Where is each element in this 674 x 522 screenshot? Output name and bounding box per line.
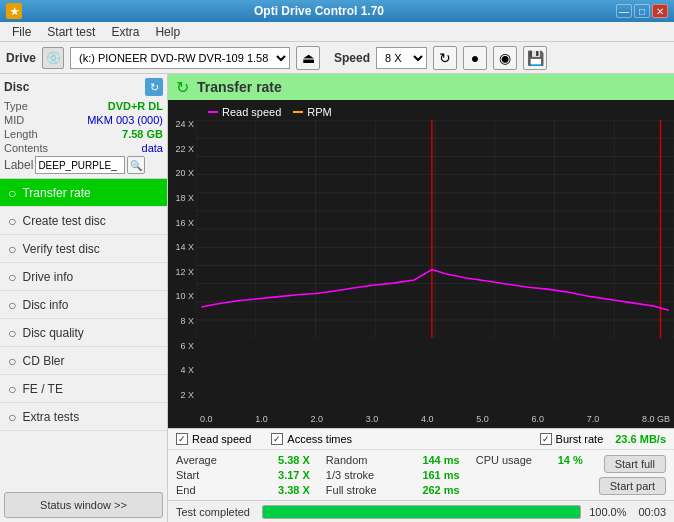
disc-label-label: Label <box>4 158 33 172</box>
nav-item-drive-info[interactable]: ○ Drive info <box>0 263 167 291</box>
disc-mid-label: MID <box>4 114 24 126</box>
stat-end: End 3.38 X <box>176 484 310 496</box>
close-button[interactable]: ✕ <box>652 4 668 18</box>
status-text: Test completed <box>168 506 258 518</box>
checkbox-read-speed[interactable]: Read speed <box>176 433 251 445</box>
drive-label: Drive <box>6 51 36 65</box>
stat-full-stroke-key: Full stroke <box>326 484 377 496</box>
nav-icon-create-test-disc: ○ <box>8 213 16 229</box>
nav-label-verify-test-disc: Verify test disc <box>22 242 99 256</box>
progress-bar-container <box>262 505 581 519</box>
speed-refresh-button[interactable]: ↻ <box>433 46 457 70</box>
nav-icon-fe-te: ○ <box>8 381 16 397</box>
nav-label-cd-bler: CD Bler <box>22 354 64 368</box>
nav-label-disc-quality: Disc quality <box>22 326 83 340</box>
y-label-4: 4 X <box>168 366 194 375</box>
nav-icon-disc-quality: ○ <box>8 325 16 341</box>
checkbox-burst-rate-box[interactable] <box>540 433 552 445</box>
app-icon: ★ <box>6 3 22 19</box>
stat-full-stroke: Full stroke 262 ms <box>326 484 460 496</box>
nav-item-verify-test-disc[interactable]: ○ Verify test disc <box>0 235 167 263</box>
maximize-button[interactable]: □ <box>634 4 650 18</box>
nav-icon-extra-tests: ○ <box>8 409 16 425</box>
nav-item-fe-te[interactable]: ○ FE / TE <box>0 375 167 403</box>
chart-legend: Read speed RPM <box>208 106 332 118</box>
checkbox-burst-rate[interactable]: Burst rate 23.6 MB/s <box>540 433 666 445</box>
x-label-6: 6.0 <box>531 414 544 424</box>
stat-average: Average 5.38 X <box>176 454 310 466</box>
disc-action-btn1[interactable]: ● <box>463 46 487 70</box>
checkbox-access-times[interactable]: Access times <box>271 433 352 445</box>
nav-label-create-test-disc: Create test disc <box>22 214 105 228</box>
btn-col: Start full Start part <box>583 454 666 496</box>
start-part-button[interactable]: Start part <box>599 477 666 495</box>
chart-svg <box>196 120 674 338</box>
checkbox-burst-rate-label: Burst rate <box>556 433 604 445</box>
y-label-14: 14 X <box>168 243 194 252</box>
start-full-button[interactable]: Start full <box>604 455 666 473</box>
y-label-2: 2 X <box>168 391 194 400</box>
sidebar: Disc ↻ Type DVD+R DL MID MKM 003 (000) L… <box>0 74 168 522</box>
x-label-3: 3.0 <box>366 414 379 424</box>
nav-item-cd-bler[interactable]: ○ CD Bler <box>0 347 167 375</box>
transfer-rate-icon: ↻ <box>176 78 189 97</box>
x-axis: 0.0 1.0 2.0 3.0 4.0 5.0 6.0 7.0 8.0 GB <box>196 414 674 424</box>
menu-bar: File Start test Extra Help <box>0 22 674 42</box>
disc-refresh-button[interactable]: ↻ <box>145 78 163 96</box>
disc-label-input[interactable] <box>35 156 125 174</box>
checkboxes-row: Read speed Access times Burst rate 23.6 … <box>168 429 674 450</box>
checkbox-access-times-box[interactable] <box>271 433 283 445</box>
stat-cpu-usage-val: 14 % <box>558 454 583 466</box>
checkbox-read-speed-label: Read speed <box>192 433 251 445</box>
stats-col-middle: Random 144 ms 1/3 stroke 161 ms Full str… <box>326 454 460 496</box>
status-pct: 100.0% <box>585 506 630 518</box>
stat-cpu-usage-key: CPU usage <box>476 454 532 466</box>
x-label-8: 8.0 GB <box>642 414 670 424</box>
stat-average-key: Average <box>176 454 217 466</box>
save-button[interactable]: 💾 <box>523 46 547 70</box>
menu-start-test[interactable]: Start test <box>39 23 103 41</box>
transfer-rate-header: ↻ Transfer rate <box>168 74 674 100</box>
nav-label-drive-info: Drive info <box>22 270 73 284</box>
nav-item-create-test-disc[interactable]: ○ Create test disc <box>0 207 167 235</box>
nav-item-transfer-rate[interactable]: ○ Transfer rate <box>0 179 167 207</box>
speed-select[interactable]: 8 X Max 2 X 4 X 6 X <box>376 47 427 69</box>
status-window-button[interactable]: Status window >> <box>4 492 163 518</box>
disc-mid-value: MKM 003 (000) <box>87 114 163 126</box>
eject-button[interactable]: ⏏ <box>296 46 320 70</box>
disc-section: Disc ↻ Type DVD+R DL MID MKM 003 (000) L… <box>0 74 167 179</box>
checkbox-read-speed-box[interactable] <box>176 433 188 445</box>
menu-file[interactable]: File <box>4 23 39 41</box>
title-bar: ★ Opti Drive Control 1.70 — □ ✕ <box>0 0 674 22</box>
speed-label: Speed <box>334 51 370 65</box>
disc-contents-value: data <box>142 142 163 154</box>
nav-item-disc-info[interactable]: ○ Disc info <box>0 291 167 319</box>
x-label-1: 1.0 <box>255 414 268 424</box>
disc-label-search-button[interactable]: 🔍 <box>127 156 145 174</box>
minimize-button[interactable]: — <box>616 4 632 18</box>
y-label-18: 18 X <box>168 194 194 203</box>
main-layout: Disc ↻ Type DVD+R DL MID MKM 003 (000) L… <box>0 74 674 522</box>
stats-col-right: CPU usage 14 % <box>476 454 583 496</box>
status-bar: Test completed 100.0% 00:03 <box>168 500 674 522</box>
menu-extra[interactable]: Extra <box>103 23 147 41</box>
menu-help[interactable]: Help <box>147 23 188 41</box>
stat-random-val: 144 ms <box>422 454 459 466</box>
progress-bar-fill <box>263 506 580 518</box>
x-label-7: 7.0 <box>587 414 600 424</box>
drive-bar: Drive 💿 (k:) PIONEER DVD-RW DVR-109 1.58… <box>0 42 674 74</box>
disc-length-label: Length <box>4 128 38 140</box>
y-axis: 24 X 22 X 20 X 18 X 16 X 14 X 12 X 10 X … <box>168 120 196 400</box>
stats-col-left: Average 5.38 X Start 3.17 X End 3.38 X <box>176 454 310 496</box>
drive-select[interactable]: (k:) PIONEER DVD-RW DVR-109 1.58 <box>70 47 290 69</box>
legend-rpm-dot <box>293 111 303 113</box>
y-label-16: 16 X <box>168 219 194 228</box>
nav-item-disc-quality[interactable]: ○ Disc quality <box>0 319 167 347</box>
legend-rpm-label: RPM <box>307 106 331 118</box>
stat-1-3-stroke-key: 1/3 stroke <box>326 469 374 481</box>
disc-length-value: 7.58 GB <box>122 128 163 140</box>
disc-type-value: DVD+R DL <box>108 100 163 112</box>
nav-item-extra-tests[interactable]: ○ Extra tests <box>0 403 167 431</box>
x-label-2: 2.0 <box>310 414 323 424</box>
disc-action-btn2[interactable]: ◉ <box>493 46 517 70</box>
